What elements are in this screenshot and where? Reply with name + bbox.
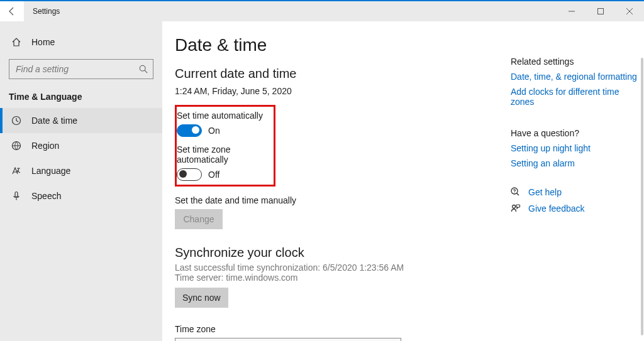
nav-speech[interactable]: Speech bbox=[0, 183, 162, 208]
tz-label: Time zone bbox=[175, 324, 498, 334]
home-label: Home bbox=[31, 37, 55, 47]
link-night-light[interactable]: Setting up night light bbox=[511, 143, 639, 153]
search-icon bbox=[139, 65, 148, 73]
svg-rect-8 bbox=[15, 192, 18, 197]
right-pane: Related settings Date, time, & regional … bbox=[511, 21, 644, 341]
toggle-set-time-label: Set time automatically bbox=[177, 111, 267, 121]
close-button[interactable] bbox=[615, 1, 644, 21]
link-setting-alarm[interactable]: Setting an alarm bbox=[511, 158, 639, 168]
search-box[interactable] bbox=[9, 59, 153, 79]
language-icon bbox=[11, 166, 23, 176]
nav-label: Speech bbox=[31, 191, 61, 201]
link-regional-formatting[interactable]: Date, time, & regional formatting bbox=[511, 72, 639, 82]
manual-label: Set the date and time manually bbox=[175, 195, 498, 205]
feedback-icon bbox=[511, 203, 521, 214]
svg-point-10 bbox=[514, 192, 514, 193]
toggle-set-time-state: On bbox=[208, 126, 220, 136]
search-input[interactable] bbox=[14, 63, 139, 75]
main: Date & time Current date and time 1:24 A… bbox=[162, 21, 644, 341]
current-datetime: 1:24 AM, Friday, June 5, 2020 bbox=[175, 86, 498, 96]
link-give-feedback[interactable]: Give feedback bbox=[528, 203, 585, 214]
tz-select[interactable]: (UTC-08:00) Pacific Time (US & Canada) bbox=[175, 338, 401, 341]
window-title: Settings bbox=[24, 7, 60, 16]
back-button[interactable] bbox=[0, 1, 24, 23]
nav-label: Language bbox=[31, 166, 70, 176]
svg-rect-1 bbox=[598, 9, 604, 14]
change-button[interactable]: Change bbox=[175, 209, 223, 229]
home-button[interactable]: Home bbox=[0, 30, 162, 54]
sync-heading: Synchronize your clock bbox=[175, 246, 498, 260]
svg-line-5 bbox=[145, 70, 147, 73]
close-icon bbox=[626, 8, 633, 14]
sidebar: Home Time & Language Date & time bbox=[0, 21, 162, 341]
sync-last: Last successful time synchronization: 6/… bbox=[175, 263, 498, 273]
nav-date-time[interactable]: Date & time bbox=[0, 108, 162, 133]
page-heading: Date & time bbox=[175, 35, 498, 55]
toggle-set-time[interactable] bbox=[177, 124, 202, 137]
clock-icon bbox=[11, 116, 23, 126]
svg-rect-13 bbox=[516, 205, 520, 207]
sync-server: Time server: time.windows.com bbox=[175, 273, 498, 283]
toggle-set-tz-label: Set time zone automatically bbox=[177, 144, 267, 165]
sync-now-button[interactable]: Sync now bbox=[175, 288, 228, 308]
toggle-set-tz-state: Off bbox=[208, 170, 219, 180]
category-heading: Time & Language bbox=[0, 89, 162, 108]
toggle-set-tz[interactable] bbox=[177, 168, 202, 181]
maximize-icon bbox=[597, 8, 604, 14]
help-icon bbox=[511, 187, 521, 197]
maximize-button[interactable] bbox=[586, 1, 615, 21]
svg-point-12 bbox=[513, 205, 516, 208]
nav-label: Region bbox=[31, 141, 59, 151]
highlight-box: Set time automatically On Set time zone … bbox=[175, 105, 275, 187]
scrollbar[interactable] bbox=[641, 58, 643, 335]
back-arrow-icon bbox=[7, 6, 17, 16]
home-icon bbox=[11, 37, 23, 47]
svg-line-11 bbox=[517, 193, 519, 196]
link-add-clocks[interactable]: Add clocks for different time zones bbox=[511, 87, 639, 107]
nav-label: Date & time bbox=[31, 116, 77, 126]
microphone-icon bbox=[11, 191, 23, 201]
page-subheading: Current date and time bbox=[175, 67, 498, 81]
link-get-help[interactable]: Get help bbox=[528, 187, 562, 197]
related-title: Related settings bbox=[511, 57, 639, 67]
question-title: Have a question? bbox=[511, 128, 639, 138]
titlebar: Settings bbox=[0, 1, 644, 21]
minimize-button[interactable] bbox=[557, 1, 586, 21]
svg-point-4 bbox=[140, 65, 145, 71]
nav-region[interactable]: Region bbox=[0, 133, 162, 158]
nav-language[interactable]: Language bbox=[0, 158, 162, 183]
globe-icon bbox=[11, 141, 23, 151]
minimize-icon bbox=[569, 8, 575, 14]
content: Date & time Current date and time 1:24 A… bbox=[162, 21, 511, 341]
